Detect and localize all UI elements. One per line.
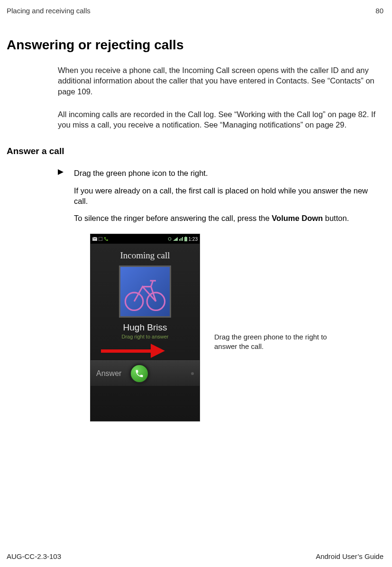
caller-name: Hugh Briss (123, 322, 167, 333)
svg-rect-8 (184, 237, 187, 241)
svg-line-12 (151, 281, 153, 287)
step-paragraph-1: If you were already on a call, the first… (74, 185, 383, 207)
step-para2-prefix: To silence the ringer before answering t… (74, 214, 272, 222)
section-heading: Answer a call (0, 130, 392, 156)
svg-point-3 (168, 238, 171, 240)
bicycle-icon (120, 267, 170, 316)
contact-photo (119, 265, 171, 318)
step-para2-tail: button. (323, 214, 349, 222)
phone-status-icon (104, 237, 109, 241)
guide-name: Android User’s Guide (316, 552, 383, 560)
page-title: Answering or rejecting calls (0, 15, 392, 53)
svg-point-10 (125, 293, 143, 310)
slider-dot (191, 372, 194, 375)
figure-caption: Drag the green phone to the right to ans… (214, 332, 337, 352)
signal-icon (173, 237, 178, 241)
doc-id: AUG-CC-2.3-103 (7, 552, 61, 560)
chapter-title: Placing and receiving calls (7, 7, 91, 15)
status-bar: 1:23 (91, 234, 200, 244)
step-paragraph-2: To silence the ringer before answering t… (74, 213, 383, 223)
svg-rect-6 (181, 238, 182, 241)
svg-rect-7 (182, 237, 183, 241)
incoming-call-label: Incoming call (120, 250, 170, 261)
step-lead: Drag the green phone icon to the right. (74, 168, 383, 178)
svg-rect-9 (185, 237, 186, 237)
phone-screenshot: 1:23 Incoming call (90, 234, 200, 421)
intro-paragraph-2: All incoming calls are recorded in the C… (58, 109, 383, 130)
slider-label: Answer (96, 369, 121, 378)
green-phone-button[interactable] (130, 364, 149, 383)
intro-paragraph-1: When you receive a phone call, the Incom… (58, 65, 383, 97)
svg-marker-4 (173, 237, 178, 241)
network-icon (179, 237, 183, 241)
page-number: 80 (375, 7, 383, 15)
gps-icon (168, 237, 172, 241)
answer-slider[interactable]: Answer (91, 360, 200, 386)
svg-rect-5 (179, 239, 180, 241)
mail-icon (92, 237, 97, 241)
drag-hint: Drag right to answer (121, 334, 168, 339)
phone-icon (135, 369, 144, 378)
annotation-arrow (101, 345, 167, 357)
svg-rect-2 (99, 237, 102, 241)
app-icon (99, 237, 102, 241)
volume-down-label: Volume Down (272, 214, 323, 222)
battery-icon (184, 237, 187, 241)
svg-marker-0 (58, 169, 64, 175)
step-bullet-icon (58, 168, 74, 176)
status-time: 1:23 (189, 237, 198, 242)
